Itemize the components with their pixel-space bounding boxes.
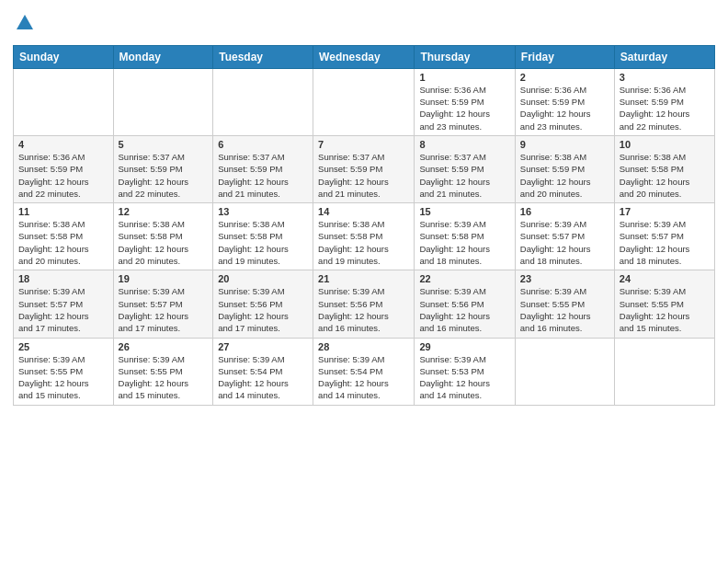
day-number: 27 (218, 341, 308, 352)
calendar-cell: 24Sunrise: 5:39 AM Sunset: 5:55 PM Dayli… (614, 270, 714, 338)
day-number: 4 (18, 139, 108, 150)
day-info: Sunrise: 5:39 AM Sunset: 5:57 PM Dayligh… (620, 218, 710, 267)
day-info: Sunrise: 5:38 AM Sunset: 5:58 PM Dayligh… (620, 151, 710, 200)
calendar-cell: 5Sunrise: 5:37 AM Sunset: 5:59 PM Daylig… (113, 135, 213, 202)
calendar-cell: 23Sunrise: 5:39 AM Sunset: 5:55 PM Dayli… (515, 270, 614, 338)
day-info: Sunrise: 5:38 AM Sunset: 5:58 PM Dayligh… (119, 218, 209, 267)
day-info: Sunrise: 5:36 AM Sunset: 5:59 PM Dayligh… (620, 84, 710, 132)
day-number: 24 (620, 273, 710, 284)
calendar-cell: 11Sunrise: 5:38 AM Sunset: 5:58 PM Dayli… (14, 203, 114, 270)
day-number: 23 (520, 273, 609, 284)
calendar-cell (614, 338, 714, 405)
calendar-header-tuesday: Tuesday (213, 45, 313, 68)
day-number: 29 (419, 341, 509, 352)
calendar-header-saturday: Saturday (614, 45, 714, 68)
calendar-week-3: 11Sunrise: 5:38 AM Sunset: 5:58 PM Dayli… (14, 203, 715, 270)
calendar-cell (14, 68, 114, 135)
calendar-header-row: SundayMondayTuesdayWednesdayThursdayFrid… (14, 45, 715, 68)
calendar-cell: 3Sunrise: 5:36 AM Sunset: 5:59 PM Daylig… (614, 68, 714, 135)
day-number: 8 (419, 139, 509, 150)
calendar-cell: 26Sunrise: 5:39 AM Sunset: 5:55 PM Dayli… (113, 338, 213, 405)
day-info: Sunrise: 5:39 AM Sunset: 5:53 PM Dayligh… (419, 353, 509, 402)
day-info: Sunrise: 5:39 AM Sunset: 5:55 PM Dayligh… (520, 285, 609, 334)
calendar-cell: 1Sunrise: 5:36 AM Sunset: 5:59 PM Daylig… (415, 68, 515, 135)
calendar-week-1: 1Sunrise: 5:36 AM Sunset: 5:59 PM Daylig… (14, 68, 715, 135)
day-info: Sunrise: 5:39 AM Sunset: 5:54 PM Dayligh… (318, 353, 409, 402)
day-number: 26 (119, 341, 209, 352)
calendar-cell: 27Sunrise: 5:39 AM Sunset: 5:54 PM Dayli… (213, 338, 313, 405)
calendar-cell: 9Sunrise: 5:38 AM Sunset: 5:59 PM Daylig… (515, 135, 614, 202)
day-info: Sunrise: 5:38 AM Sunset: 5:58 PM Dayligh… (18, 218, 108, 267)
calendar-cell: 29Sunrise: 5:39 AM Sunset: 5:53 PM Dayli… (415, 338, 515, 405)
day-info: Sunrise: 5:39 AM Sunset: 5:58 PM Dayligh… (419, 218, 509, 267)
day-number: 12 (119, 206, 209, 217)
calendar-cell: 7Sunrise: 5:37 AM Sunset: 5:59 PM Daylig… (313, 135, 415, 202)
calendar-cell: 13Sunrise: 5:38 AM Sunset: 5:58 PM Dayli… (213, 203, 313, 270)
calendar-cell: 2Sunrise: 5:36 AM Sunset: 5:59 PM Daylig… (515, 68, 614, 135)
day-number: 11 (18, 206, 108, 217)
calendar-cell (313, 68, 415, 135)
day-number: 21 (318, 273, 409, 284)
calendar-cell: 28Sunrise: 5:39 AM Sunset: 5:54 PM Dayli… (313, 338, 415, 405)
day-info: Sunrise: 5:38 AM Sunset: 5:58 PM Dayligh… (318, 218, 409, 267)
day-number: 1 (419, 72, 509, 83)
calendar-week-4: 18Sunrise: 5:39 AM Sunset: 5:57 PM Dayli… (14, 270, 715, 338)
day-number: 14 (318, 206, 409, 217)
calendar-header-thursday: Thursday (415, 45, 515, 68)
day-number: 13 (218, 206, 308, 217)
day-number: 22 (419, 273, 509, 284)
day-number: 28 (318, 341, 409, 352)
calendar-header-sunday: Sunday (14, 45, 114, 68)
calendar-cell: 6Sunrise: 5:37 AM Sunset: 5:59 PM Daylig… (213, 135, 313, 202)
calendar-cell: 4Sunrise: 5:36 AM Sunset: 5:59 PM Daylig… (14, 135, 114, 202)
logo-icon (15, 13, 35, 33)
day-number: 9 (520, 139, 609, 150)
calendar-cell (113, 68, 213, 135)
calendar-cell: 19Sunrise: 5:39 AM Sunset: 5:57 PM Dayli… (113, 270, 213, 338)
day-info: Sunrise: 5:39 AM Sunset: 5:55 PM Dayligh… (18, 353, 108, 402)
calendar-cell: 16Sunrise: 5:39 AM Sunset: 5:57 PM Dayli… (515, 203, 614, 270)
day-number: 10 (620, 139, 710, 150)
day-info: Sunrise: 5:36 AM Sunset: 5:59 PM Dayligh… (18, 151, 108, 200)
calendar-header-monday: Monday (113, 45, 213, 68)
day-number: 25 (18, 341, 108, 352)
calendar-header-wednesday: Wednesday (313, 45, 415, 68)
calendar-cell: 10Sunrise: 5:38 AM Sunset: 5:58 PM Dayli… (614, 135, 714, 202)
day-info: Sunrise: 5:39 AM Sunset: 5:57 PM Dayligh… (119, 285, 209, 334)
calendar-cell (213, 68, 313, 135)
calendar-cell: 15Sunrise: 5:39 AM Sunset: 5:58 PM Dayli… (415, 203, 515, 270)
day-info: Sunrise: 5:36 AM Sunset: 5:59 PM Dayligh… (419, 84, 509, 132)
calendar-cell: 8Sunrise: 5:37 AM Sunset: 5:59 PM Daylig… (415, 135, 515, 202)
calendar-cell: 17Sunrise: 5:39 AM Sunset: 5:57 PM Dayli… (614, 203, 714, 270)
day-info: Sunrise: 5:39 AM Sunset: 5:57 PM Dayligh… (520, 218, 609, 267)
svg-marker-0 (17, 15, 33, 29)
day-number: 6 (218, 139, 308, 150)
calendar-header-friday: Friday (515, 45, 614, 68)
calendar-cell: 21Sunrise: 5:39 AM Sunset: 5:56 PM Dayli… (313, 270, 415, 338)
calendar-cell: 18Sunrise: 5:39 AM Sunset: 5:57 PM Dayli… (14, 270, 114, 338)
day-info: Sunrise: 5:39 AM Sunset: 5:55 PM Dayligh… (620, 285, 710, 334)
calendar-cell: 25Sunrise: 5:39 AM Sunset: 5:55 PM Dayli… (14, 338, 114, 405)
day-info: Sunrise: 5:38 AM Sunset: 5:59 PM Dayligh… (520, 151, 609, 200)
day-info: Sunrise: 5:39 AM Sunset: 5:54 PM Dayligh… (218, 353, 308, 402)
day-info: Sunrise: 5:39 AM Sunset: 5:55 PM Dayligh… (119, 353, 209, 402)
day-number: 16 (520, 206, 609, 217)
calendar-cell: 22Sunrise: 5:39 AM Sunset: 5:56 PM Dayli… (415, 270, 515, 338)
calendar-table: SundayMondayTuesdayWednesdayThursdayFrid… (13, 45, 715, 406)
calendar-cell: 12Sunrise: 5:38 AM Sunset: 5:58 PM Dayli… (113, 203, 213, 270)
calendar-cell: 14Sunrise: 5:38 AM Sunset: 5:58 PM Dayli… (313, 203, 415, 270)
day-info: Sunrise: 5:39 AM Sunset: 5:56 PM Dayligh… (218, 285, 308, 334)
day-info: Sunrise: 5:36 AM Sunset: 5:59 PM Dayligh… (520, 84, 609, 132)
day-info: Sunrise: 5:38 AM Sunset: 5:58 PM Dayligh… (218, 218, 308, 267)
day-number: 18 (18, 273, 108, 284)
day-info: Sunrise: 5:39 AM Sunset: 5:57 PM Dayligh… (18, 285, 108, 334)
day-number: 19 (119, 273, 209, 284)
day-number: 17 (620, 206, 710, 217)
day-number: 2 (520, 72, 609, 83)
day-info: Sunrise: 5:37 AM Sunset: 5:59 PM Dayligh… (419, 151, 509, 200)
calendar-cell: 20Sunrise: 5:39 AM Sunset: 5:56 PM Dayli… (213, 270, 313, 338)
day-number: 7 (318, 139, 409, 150)
day-info: Sunrise: 5:37 AM Sunset: 5:59 PM Dayligh… (119, 151, 209, 200)
calendar-cell (515, 338, 614, 405)
day-info: Sunrise: 5:39 AM Sunset: 5:56 PM Dayligh… (318, 285, 409, 334)
